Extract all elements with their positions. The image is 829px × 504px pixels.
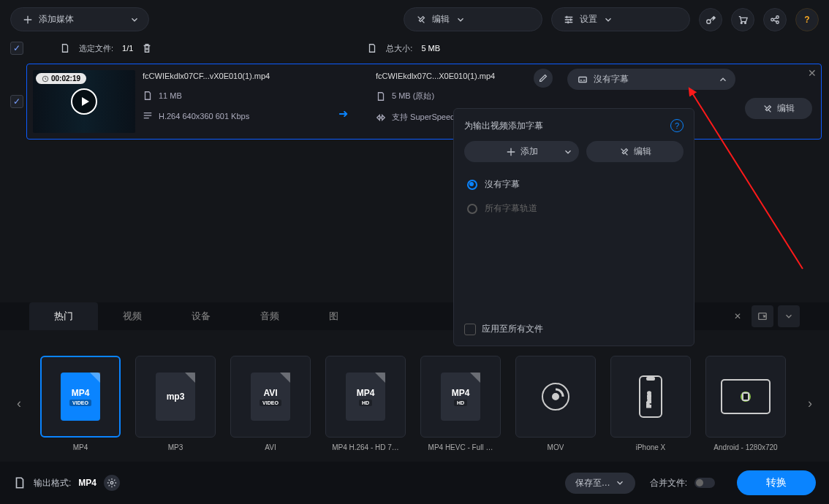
format-item[interactable]: AVIVIDEOAVI <box>228 356 313 451</box>
chevron-down-icon <box>784 311 794 321</box>
total-size: 5 MB <box>421 44 440 53</box>
subtitle-popup: 为输出视频添加字幕 ? 添加 编辑 沒有字幕 所有字幕轨道 应用至所有文件 <box>453 108 694 346</box>
key-icon <box>705 15 716 25</box>
svg-point-18 <box>110 481 113 484</box>
tab-audio[interactable]: 音频 <box>235 302 304 330</box>
file-edit-label: 编辑 <box>777 102 795 115</box>
total-size-label: 总大小: <box>386 43 412 54</box>
format-item[interactable]: MP4VIDEOMP4 <box>38 356 123 451</box>
svg-rect-13 <box>647 378 654 380</box>
tab-image[interactable]: 图 <box>304 302 363 330</box>
output-settings-button[interactable] <box>104 475 120 491</box>
format-item[interactable]: Android - 1280x720 <box>703 356 788 451</box>
key-button[interactable] <box>699 8 722 31</box>
formats-next-button[interactable]: › <box>801 382 819 426</box>
format-label: MP3 <box>168 443 183 451</box>
settings-label: 设置 <box>580 13 597 26</box>
help-icon: ? <box>804 15 809 25</box>
radio-icon <box>467 204 477 214</box>
format-tabs: 热门 视频 设备 音频 图 ✕ <box>0 302 829 330</box>
cart-button[interactable] <box>731 8 754 31</box>
play-button[interactable] <box>71 88 97 115</box>
subtitle-dropdown[interactable]: 沒有字幕 <box>567 69 735 90</box>
input-size: 11 MB <box>159 91 182 100</box>
codec-info: H.264 640x360 601 Kbps <box>159 112 249 121</box>
chevron-up-icon <box>718 75 728 85</box>
svg-text:iPhone: iPhone <box>646 392 651 408</box>
file-edit-button[interactable]: 编辑 <box>745 98 812 119</box>
format-label: MP4 H.264 - HD 7… <box>332 443 399 451</box>
add-media-button[interactable]: 添加媒体 <box>10 7 149 31</box>
format-item[interactable]: mp3MP3 <box>133 356 218 451</box>
rename-button[interactable] <box>534 69 553 88</box>
file-icon <box>143 91 153 101</box>
format-label: Android - 1280x720 <box>713 443 777 451</box>
apply-all-checkbox[interactable] <box>464 324 476 335</box>
radio-all-tracks[interactable]: 所有字幕轨道 <box>464 196 684 221</box>
format-item[interactable]: MOV <box>513 356 598 451</box>
svg-rect-7 <box>579 77 587 82</box>
popup-edit-button[interactable]: 编辑 <box>586 141 684 162</box>
merge-toggle[interactable] <box>694 478 715 488</box>
format-label: MP4 <box>73 443 88 451</box>
subtitle-icon <box>578 75 588 85</box>
file-checkbox[interactable] <box>10 95 23 108</box>
thumbnail[interactable]: 00:02:19 <box>33 70 135 133</box>
select-all-checkbox[interactable] <box>10 42 23 55</box>
tabs-expand-button[interactable] <box>752 305 773 327</box>
file-icon <box>13 476 26 489</box>
sliders-icon <box>564 15 574 25</box>
share-icon <box>770 15 780 25</box>
share-button[interactable] <box>763 8 787 31</box>
format-label: AVI <box>265 443 276 451</box>
input-filename: fcCWIEkdlx07CF...vX0E010(1).mp4 <box>143 72 270 80</box>
format-label: iPhone X <box>636 443 666 451</box>
format-list: ‹ MP4VIDEOMP4mp3MP3AVIVIDEOAVIMP4HDMP4 H… <box>0 356 829 451</box>
output-size: 5 MB (原始) <box>392 91 434 102</box>
file-select-icon <box>60 43 70 53</box>
settings-dropdown[interactable]: 设置 <box>551 7 690 31</box>
radio-label-2: 所有字幕轨道 <box>485 202 537 215</box>
plus-icon <box>23 15 33 25</box>
gear-icon <box>107 478 117 488</box>
tab-video[interactable]: 视频 <box>98 302 167 330</box>
duration-badge: 00:02:19 <box>36 73 86 84</box>
delete-button[interactable] <box>142 43 152 53</box>
tab-hot[interactable]: 热门 <box>29 302 98 330</box>
svg-point-3 <box>771 18 774 21</box>
output-filename: fcCWIEkdlx07C...X0E010(1).mp4 <box>376 72 495 80</box>
radio-label-1: 沒有字幕 <box>485 178 520 191</box>
tabs-close-button[interactable]: ✕ <box>728 305 747 327</box>
svg-point-11 <box>553 394 559 400</box>
svg-point-1 <box>741 22 742 23</box>
radio-no-subtitle[interactable]: 沒有字幕 <box>464 172 684 196</box>
popup-add-button[interactable]: 添加 <box>464 141 579 162</box>
merge-label: 合并文件: <box>650 477 687 489</box>
edit-label: 编辑 <box>432 13 450 26</box>
remove-file-button[interactable]: ✕ <box>808 67 817 79</box>
selected-count: 1/1 <box>122 44 133 53</box>
save-to-button[interactable]: 保存至… <box>565 473 635 494</box>
format-item[interactable]: MP4HDMP4 H.264 - HD 7… <box>323 356 408 451</box>
convert-button[interactable]: 转换 <box>737 470 816 495</box>
tools-icon <box>619 147 629 157</box>
selected-files-label: 选定文件: <box>79 43 113 54</box>
formats-prev-button[interactable]: ‹ <box>10 382 28 426</box>
add-media-label: 添加媒体 <box>39 13 74 26</box>
popup-help-button[interactable]: ? <box>670 119 684 132</box>
subtitle-value: 沒有字幕 <box>594 73 629 85</box>
pencil-icon <box>538 73 548 83</box>
output-format-value: MP4 <box>78 478 96 488</box>
file-item: 00:02:19 fcCWIEkdlx07CF...vX0E010(1).mp4… <box>26 64 822 140</box>
help-button[interactable]: ? <box>795 8 819 31</box>
format-item[interactable]: MP4HDMP4 HEVC - Full … <box>418 356 503 451</box>
tab-device[interactable]: 设备 <box>167 302 235 330</box>
expand-icon <box>757 311 768 321</box>
plus-icon <box>506 147 516 157</box>
chevron-down-icon <box>455 15 466 25</box>
format-item[interactable]: iPhoneiPhone X <box>608 356 693 451</box>
edit-dropdown[interactable]: 编辑 <box>404 7 542 31</box>
apply-all-label: 应用至所有文件 <box>482 323 543 335</box>
format-label: MP4 HEVC - Full … <box>428 443 493 451</box>
tabs-collapse-button[interactable] <box>778 305 800 327</box>
